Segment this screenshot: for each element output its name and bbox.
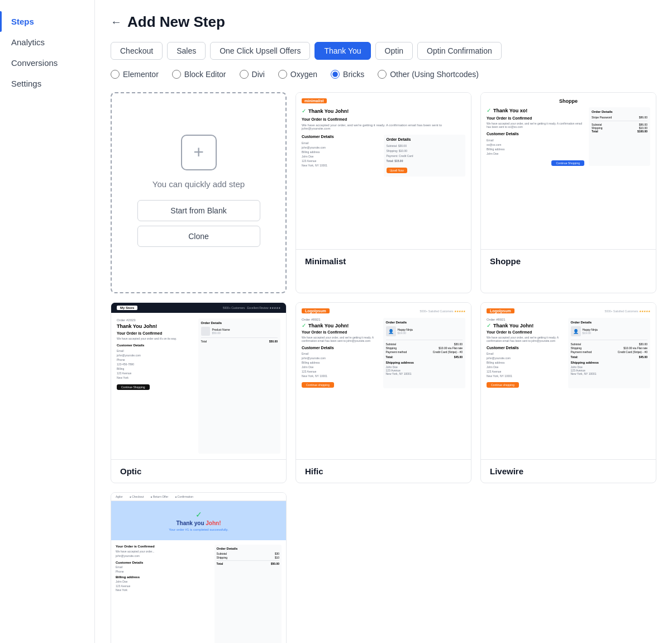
templates-grid: + You can quickly add step Start from Bl… [111,92,656,643]
sidebar: StepsAnalyticsConversionsSettings [0,0,95,643]
main-content: ← Add New Step CheckoutSalesOne Click Up… [95,0,672,643]
radio-options-row: ElementorBlock EditorDiviOxygenBricksOth… [111,70,656,79]
radio-label-block-editor: Block Editor [184,70,226,79]
tab-btn-optin[interactable]: Optin [375,42,413,60]
radio-label-oxygen: Oxygen [290,70,317,79]
radio-option-oxygen[interactable]: Oxygen [278,70,317,79]
tab-btn-one-click[interactable]: One Click Upsell Offers [210,42,310,60]
tab-btn-thank-you[interactable]: Thank You [314,42,370,60]
radio-option-divi[interactable]: Divi [240,70,265,79]
add-icon: + [181,135,217,170]
radio-input-elementor[interactable] [111,70,120,79]
template-card-minimalist[interactable]: minimalist ✓ Thank You John! Your Order … [296,92,471,293]
start-from-blank-button[interactable]: Start from Blank [137,200,260,221]
clone-button[interactable]: Clone [137,226,260,247]
template-preview-minimalist: minimalist ✓ Thank You John! Your Order … [296,93,471,249]
template-card-livewire[interactable]: Logolpsum 5000+ Satisfied Customers ★★★★… [480,302,656,483]
radio-option-block-editor[interactable]: Block Editor [172,70,226,79]
radio-input-bricks[interactable] [331,70,340,79]
template-name-hific: Hific [296,459,471,483]
blank-card[interactable]: + You can quickly add step Start from Bl… [111,92,287,293]
radio-input-oxygen[interactable] [278,70,287,79]
page-title: Add New Step [127,13,225,31]
radio-label-elementor: Elementor [123,70,159,79]
tab-btn-sales[interactable]: Sales [167,42,206,60]
template-card-agilor[interactable]: Agilor ● Checkout ● Return Offer ● Confi… [111,492,287,643]
radio-option-elementor[interactable]: Elementor [111,70,159,79]
template-preview-hific: Logolpsum 5000+ Satisfied Customers ★★★★… [296,303,471,459]
radio-option-bricks[interactable]: Bricks [331,70,364,79]
sidebar-item-steps[interactable]: Steps [0,11,94,32]
radio-label-divi: Divi [252,70,265,79]
back-button[interactable]: ← [111,16,122,28]
page-header: ← Add New Step [111,13,656,31]
radio-input-block-editor[interactable] [172,70,181,79]
tab-buttons-row: CheckoutSalesOne Click Upsell OffersThan… [111,42,656,60]
radio-label-bricks: Bricks [343,70,364,79]
template-preview-shoppe: Shoppe ✓ Thank You xo! Your Order is Con… [481,93,656,249]
sidebar-item-settings[interactable]: Settings [0,73,94,94]
blank-card-text: You can quickly add step [152,179,245,189]
template-preview-agilor: Agilor ● Checkout ● Return Offer ● Confi… [111,493,286,643]
template-name-livewire: Livewire [481,459,656,483]
sidebar-item-analytics[interactable]: Analytics [0,32,94,53]
radio-input-other[interactable] [378,70,387,79]
template-name-shoppe: Shoppe [481,249,656,273]
sidebar-item-conversions[interactable]: Conversions [0,53,94,73]
template-preview-optic: My Store 5000+ Customers · Excellent Rev… [111,303,286,459]
template-card-hific[interactable]: Logolpsum 5000+ Satisfied Customers ★★★★… [296,302,471,483]
tab-btn-checkout[interactable]: Checkout [111,42,163,60]
template-name-optic: Optic [111,459,286,483]
radio-input-divi[interactable] [240,70,249,79]
template-card-optic[interactable]: My Store 5000+ Customers · Excellent Rev… [111,302,287,483]
radio-label-other: Other (Using Shortcodes) [390,70,479,79]
template-name-minimalist: Minimalist [296,249,471,273]
radio-option-other[interactable]: Other (Using Shortcodes) [378,70,479,79]
template-card-shoppe[interactable]: Shoppe ✓ Thank You xo! Your Order is Con… [480,92,656,293]
template-preview-livewire: Logolpsum 5000+ Satisfied Customers ★★★★… [481,303,656,459]
tab-btn-optin-confirmation[interactable]: Optin Confirmation [417,42,502,60]
